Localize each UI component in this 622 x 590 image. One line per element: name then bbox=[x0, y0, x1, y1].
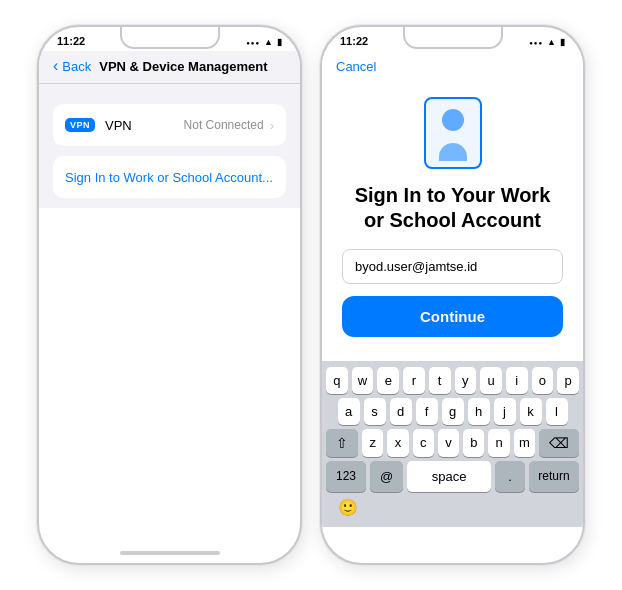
key-y[interactable]: y bbox=[455, 367, 477, 394]
status-icons-left bbox=[246, 35, 282, 47]
key-n[interactable]: n bbox=[488, 429, 509, 457]
key-w[interactable]: w bbox=[352, 367, 374, 394]
vpn-chevron-icon: › bbox=[270, 118, 274, 133]
notch-left bbox=[120, 27, 220, 49]
keyboard-emoji-row: 🙂 bbox=[326, 492, 579, 523]
time-left: 11:22 bbox=[57, 35, 85, 47]
continue-label: Continue bbox=[420, 308, 485, 325]
key-l[interactable]: l bbox=[546, 398, 568, 425]
key-f[interactable]: f bbox=[416, 398, 438, 425]
sign-in-section: Sign In to Work or School Account... bbox=[53, 156, 286, 198]
key-g[interactable]: g bbox=[442, 398, 464, 425]
back-label: Back bbox=[62, 59, 91, 74]
key-s[interactable]: s bbox=[364, 398, 386, 425]
status-icons-right bbox=[529, 35, 565, 47]
space-key[interactable]: space bbox=[407, 461, 491, 492]
email-input[interactable] bbox=[342, 249, 563, 284]
key-m[interactable]: m bbox=[514, 429, 535, 457]
delete-key[interactable]: ⌫ bbox=[539, 429, 579, 457]
back-button[interactable]: ‹ Back bbox=[53, 57, 91, 75]
notch-right bbox=[403, 27, 503, 49]
back-chevron-icon: ‹ bbox=[53, 57, 58, 75]
modal-title-text: Sign In to Your Workor School Account bbox=[355, 184, 551, 231]
key-t[interactable]: t bbox=[429, 367, 451, 394]
at-key[interactable]: @ bbox=[370, 461, 403, 492]
keyboard-row-4: 123 @ space . return bbox=[326, 461, 579, 492]
phones-container: 11:22 ‹ Back VPN & Device Management VPN bbox=[37, 25, 585, 565]
vpn-row[interactable]: VPN VPN Not Connected › bbox=[53, 104, 286, 146]
keyboard-row-2: a s d f g h j k l bbox=[326, 398, 579, 425]
continue-button[interactable]: Continue bbox=[342, 296, 563, 337]
id-photo-circle bbox=[442, 109, 464, 131]
key-k[interactable]: k bbox=[520, 398, 542, 425]
home-indicator-left bbox=[120, 551, 220, 555]
sign-in-row[interactable]: Sign In to Work or School Account... bbox=[53, 156, 286, 198]
period-label: . bbox=[508, 469, 512, 484]
return-key[interactable]: return bbox=[529, 461, 579, 492]
modal-screen: Cancel Sign In to Your Workor School Acc… bbox=[322, 51, 583, 527]
battery-icon bbox=[277, 35, 282, 47]
return-label: return bbox=[538, 469, 569, 483]
signal-icon-r bbox=[529, 35, 543, 47]
num-label: 123 bbox=[336, 469, 356, 483]
cancel-button[interactable]: Cancel bbox=[336, 59, 376, 74]
key-v[interactable]: v bbox=[438, 429, 459, 457]
key-p[interactable]: p bbox=[557, 367, 579, 394]
key-o[interactable]: o bbox=[532, 367, 554, 394]
num-key[interactable]: 123 bbox=[326, 461, 366, 492]
settings-body: VPN VPN Not Connected › Sign In to Work … bbox=[39, 84, 300, 208]
emoji-key[interactable]: 🙂 bbox=[330, 494, 366, 521]
at-label: @ bbox=[380, 469, 393, 484]
nav-title: VPN & Device Management bbox=[99, 59, 267, 74]
signal-icon bbox=[246, 35, 260, 47]
key-h[interactable]: h bbox=[468, 398, 490, 425]
key-i[interactable]: i bbox=[506, 367, 528, 394]
space-label: space bbox=[432, 469, 467, 484]
id-body-shape bbox=[439, 143, 467, 161]
right-phone: 11:22 Cancel Sign In to Your Workor Scho… bbox=[320, 25, 585, 565]
shift-key[interactable]: ⇧ bbox=[326, 429, 358, 457]
id-card-icon bbox=[424, 97, 482, 169]
key-q[interactable]: q bbox=[326, 367, 348, 394]
key-j[interactable]: j bbox=[494, 398, 516, 425]
time-right: 11:22 bbox=[340, 35, 368, 47]
key-u[interactable]: u bbox=[480, 367, 502, 394]
key-a[interactable]: a bbox=[338, 398, 360, 425]
modal-title: Sign In to Your Workor School Account bbox=[355, 183, 551, 233]
key-e[interactable]: e bbox=[377, 367, 399, 394]
wifi-icon-r bbox=[547, 35, 556, 47]
keyboard-row-1: q w e r t y u i o p bbox=[326, 367, 579, 394]
nav-bar-left: ‹ Back VPN & Device Management bbox=[39, 51, 300, 84]
key-c[interactable]: c bbox=[413, 429, 434, 457]
vpn-status: Not Connected bbox=[184, 118, 264, 132]
period-key[interactable]: . bbox=[495, 461, 525, 492]
vpn-section: VPN VPN Not Connected › bbox=[53, 104, 286, 146]
keyboard: q w e r t y u i o p a s d f g h bbox=[322, 361, 583, 527]
key-x[interactable]: x bbox=[387, 429, 408, 457]
modal-body: Sign In to Your Workor School Account Co… bbox=[322, 83, 583, 361]
left-phone: 11:22 ‹ Back VPN & Device Management VPN bbox=[37, 25, 302, 565]
key-b[interactable]: b bbox=[463, 429, 484, 457]
vpn-badge: VPN bbox=[65, 118, 95, 132]
key-r[interactable]: r bbox=[403, 367, 425, 394]
left-screen: ‹ Back VPN & Device Management VPN VPN N… bbox=[39, 51, 300, 208]
key-z[interactable]: z bbox=[362, 429, 383, 457]
battery-icon-r bbox=[560, 35, 565, 47]
key-d[interactable]: d bbox=[390, 398, 412, 425]
vpn-label: VPN bbox=[105, 118, 184, 133]
wifi-icon bbox=[264, 35, 273, 47]
sign-in-link[interactable]: Sign In to Work or School Account... bbox=[65, 170, 273, 185]
modal-nav: Cancel bbox=[322, 51, 583, 83]
keyboard-row-3: ⇧ z x c v b n m ⌫ bbox=[326, 429, 579, 457]
